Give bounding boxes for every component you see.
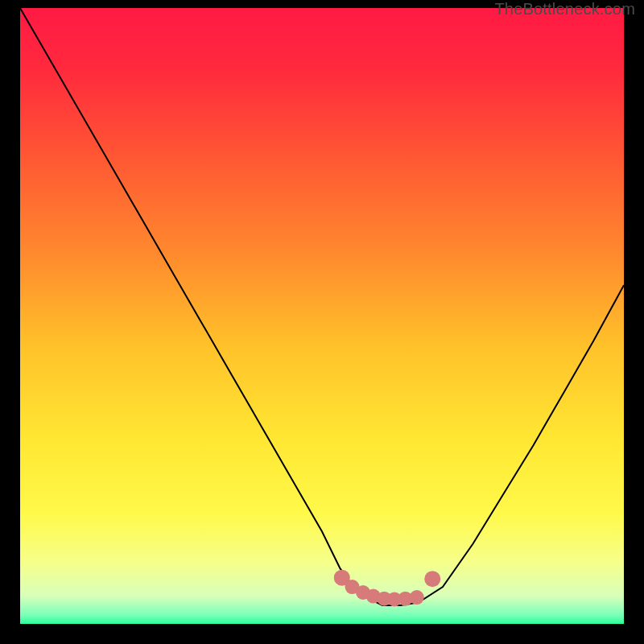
curve-marker <box>410 590 424 605</box>
watermark-text: TheBottleneck.com <box>494 0 635 19</box>
chart-stage: TheBottleneck.com <box>0 0 644 644</box>
curve-marker <box>424 571 440 587</box>
curve-line <box>20 8 624 605</box>
bottleneck-curve <box>20 8 624 624</box>
curve-markers <box>334 570 441 607</box>
plot-area <box>20 8 624 624</box>
